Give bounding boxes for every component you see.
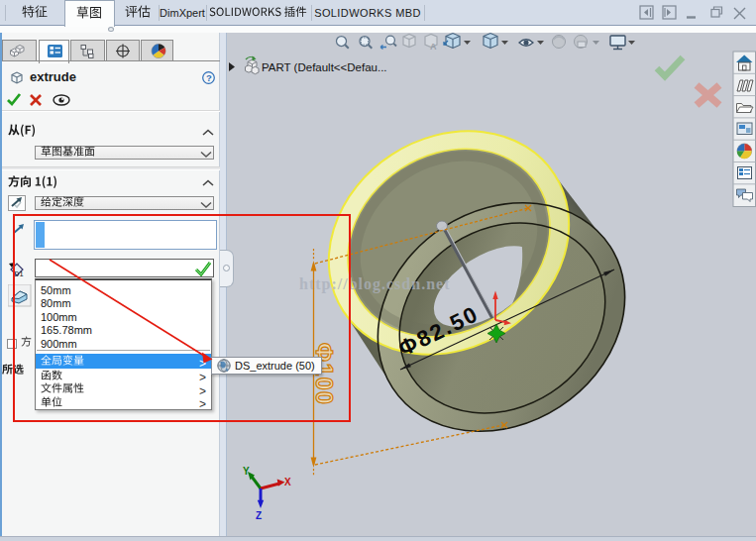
svg-text:Z: Z xyxy=(256,510,262,521)
svg-text:X: X xyxy=(284,477,291,487)
svg-text:?: ? xyxy=(206,72,212,83)
svg-text:PART (Default<<Defau...: PART (Default<<Defau... xyxy=(262,61,387,73)
svg-text:Y: Y xyxy=(243,466,250,477)
svg-text:A: A xyxy=(430,42,437,52)
